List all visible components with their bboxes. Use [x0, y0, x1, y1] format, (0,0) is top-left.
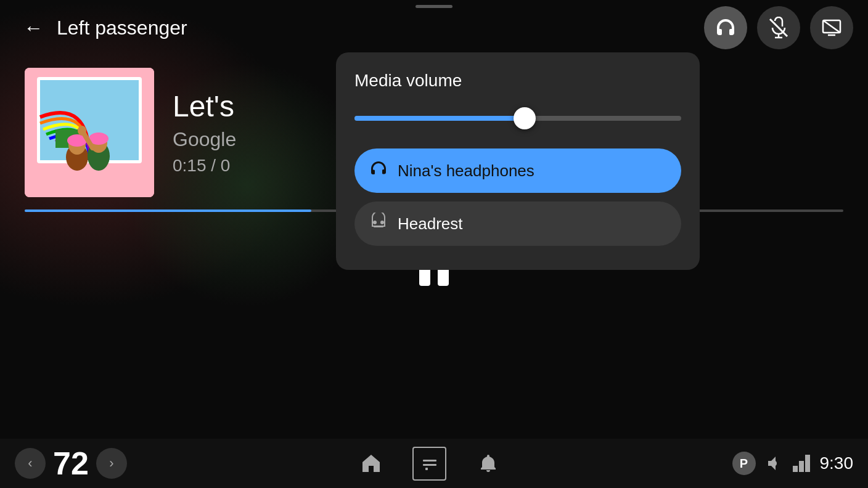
svg-rect-23: [425, 468, 428, 470]
menu-icon: [420, 454, 439, 473]
signal-icon: [793, 455, 810, 472]
svg-marker-24: [793, 466, 798, 472]
screen-off-icon: [821, 17, 843, 39]
svg-point-19: [380, 221, 384, 224]
channel-forward-button[interactable]: ›: [96, 448, 127, 479]
nav-left: ‹ 72 ›: [15, 445, 127, 482]
volume-slider-track: [354, 116, 681, 121]
volume-slider-thumb[interactable]: [514, 107, 536, 129]
home-icon: [360, 452, 382, 474]
volume-status-icon: [766, 455, 783, 472]
media-text: Let's Google 0:15 / 0: [173, 89, 236, 176]
svg-marker-25: [799, 461, 804, 472]
volume-slider-fill: [354, 116, 525, 121]
album-art: [25, 68, 154, 197]
volume-label: Media volume: [354, 71, 681, 91]
song-title: Let's: [173, 89, 236, 123]
svg-line-4: [823, 20, 840, 33]
headrest-label: Headrest: [398, 214, 463, 234]
bottom-nav: ‹ 72 › P: [0, 439, 868, 488]
progress-fill: [25, 209, 311, 212]
svg-marker-26: [805, 455, 810, 472]
volume-slider[interactable]: [354, 103, 681, 134]
nav-center: [354, 447, 505, 481]
headphones-output-icon: [369, 160, 388, 182]
page-title: Left passenger: [57, 17, 704, 39]
channel-back-icon: ‹: [28, 455, 32, 471]
svg-point-17: [78, 126, 86, 136]
headrest-output-icon: [369, 213, 388, 235]
volume-popup: Media volume Nina's headphones Headrest: [336, 52, 700, 270]
nav-right: P 9:30: [732, 452, 854, 475]
bell-button[interactable]: [471, 447, 505, 481]
headphones-button[interactable]: [704, 6, 747, 49]
output-option-ninas-headphones[interactable]: Nina's headphones: [354, 148, 681, 193]
ninas-headphones-label: Nina's headphones: [398, 161, 534, 181]
home-button[interactable]: [354, 447, 388, 481]
svg-rect-21: [423, 460, 436, 462]
menu-button[interactable]: [412, 447, 446, 481]
headphones-icon: [714, 17, 737, 39]
output-option-headrest[interactable]: Headrest: [354, 201, 681, 246]
channel-forward-icon: ›: [109, 455, 113, 471]
time-display: 9:30: [820, 453, 854, 473]
mic-off-button[interactable]: [757, 6, 800, 49]
status-p-badge: P: [732, 452, 756, 475]
top-icons: [704, 6, 853, 49]
top-bar: ← Left passenger: [0, 0, 868, 55]
svg-rect-22: [423, 464, 436, 466]
song-time: 0:15 / 0: [173, 156, 236, 176]
channel-back-button[interactable]: ‹: [15, 448, 46, 479]
back-button[interactable]: ←: [15, 9, 52, 46]
svg-point-18: [373, 221, 377, 224]
back-arrow-icon: ←: [23, 17, 43, 39]
screen-off-button[interactable]: [810, 6, 853, 49]
bell-icon: [477, 452, 499, 474]
svg-rect-20: [374, 226, 383, 227]
channel-number: 72: [53, 445, 89, 482]
song-artist: Google: [173, 128, 236, 151]
mic-off-icon: [768, 17, 790, 39]
